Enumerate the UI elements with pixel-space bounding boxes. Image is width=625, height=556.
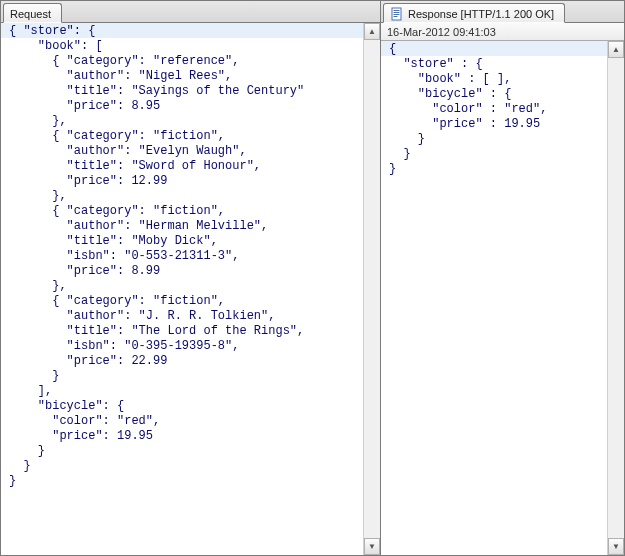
response-tab-label: Response [HTTP/1.1 200 OK] bbox=[408, 8, 554, 20]
response-timestamp: 16-Mar-2012 09:41:03 bbox=[387, 26, 496, 38]
request-tab-label: Request bbox=[10, 8, 51, 20]
request-json[interactable]: { "store": { "book": [ { "category": "re… bbox=[1, 23, 380, 495]
response-content: { "store" : { "book" : [ ], "bicycle" : … bbox=[381, 41, 624, 555]
document-icon bbox=[390, 7, 404, 21]
response-json[interactable]: { "store" : { "book" : [ ], "bicycle" : … bbox=[381, 41, 624, 183]
svg-rect-2 bbox=[394, 12, 400, 13]
scroll-down-button[interactable]: ▼ bbox=[608, 538, 624, 555]
request-tab[interactable]: Request bbox=[3, 3, 62, 23]
request-panel: Request { "store": { "book": [ { "catego… bbox=[0, 0, 380, 556]
response-tabbar: Response [HTTP/1.1 200 OK] bbox=[381, 1, 624, 23]
svg-rect-3 bbox=[394, 14, 400, 15]
svg-rect-4 bbox=[394, 16, 398, 17]
svg-rect-1 bbox=[394, 10, 400, 11]
request-content: { "store": { "book": [ { "category": "re… bbox=[1, 23, 380, 555]
scroll-down-button[interactable]: ▼ bbox=[364, 538, 380, 555]
response-panel: Response [HTTP/1.1 200 OK] 16-Mar-2012 0… bbox=[380, 0, 625, 556]
request-tabbar: Request bbox=[1, 1, 380, 23]
response-tab[interactable]: Response [HTTP/1.1 200 OK] bbox=[383, 3, 565, 23]
response-timestamp-bar: 16-Mar-2012 09:41:03 bbox=[381, 23, 624, 41]
split-container: Request { "store": { "book": [ { "catego… bbox=[0, 0, 625, 556]
